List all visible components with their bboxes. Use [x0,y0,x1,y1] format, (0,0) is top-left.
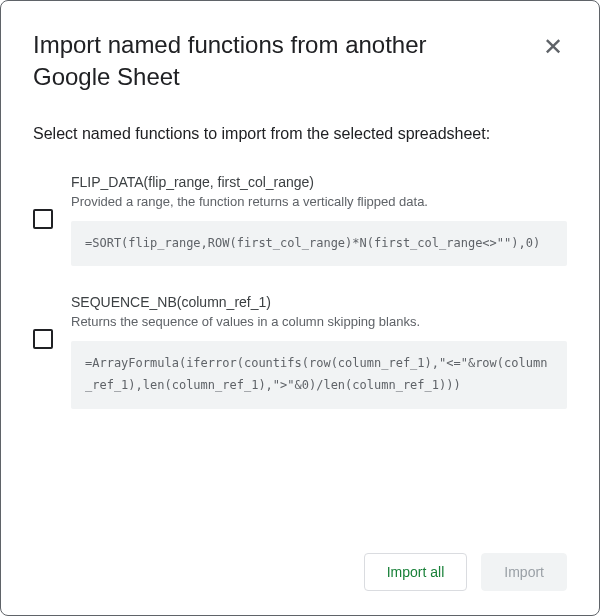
close-icon: ✕ [543,33,563,60]
import-functions-dialog: Import named functions from another Goog… [0,0,600,616]
function-checkbox-sequence-nb[interactable] [33,329,53,349]
function-signature: SEQUENCE_NB(column_ref_1) [71,294,567,310]
function-formula: =SORT(flip_range,ROW(first_col_range)*N(… [71,221,567,267]
function-description: Returns the sequence of values in a colu… [71,314,567,329]
checkbox-wrapper [33,174,53,264]
function-item: FLIP_DATA(flip_range, first_col_range) P… [33,174,567,267]
dialog-header: Import named functions from another Goog… [33,29,567,94]
function-checkbox-flip-data[interactable] [33,209,53,229]
function-details: SEQUENCE_NB(column_ref_1) Returns the se… [71,294,567,408]
function-signature: FLIP_DATA(flip_range, first_col_range) [71,174,567,190]
function-description: Provided a range, the function returns a… [71,194,567,209]
functions-list: FLIP_DATA(flip_range, first_col_range) P… [33,174,567,553]
checkbox-wrapper [33,294,53,384]
dialog-subtitle: Select named functions to import from th… [33,122,567,146]
function-item: SEQUENCE_NB(column_ref_1) Returns the se… [33,294,567,408]
close-button[interactable]: ✕ [539,31,567,63]
dialog-footer: Import all Import [33,553,567,591]
import-all-button[interactable]: Import all [364,553,468,591]
import-button[interactable]: Import [481,553,567,591]
dialog-title: Import named functions from another Goog… [33,29,473,94]
function-formula: =ArrayFormula(iferror(countifs(row(colum… [71,341,567,408]
function-details: FLIP_DATA(flip_range, first_col_range) P… [71,174,567,267]
